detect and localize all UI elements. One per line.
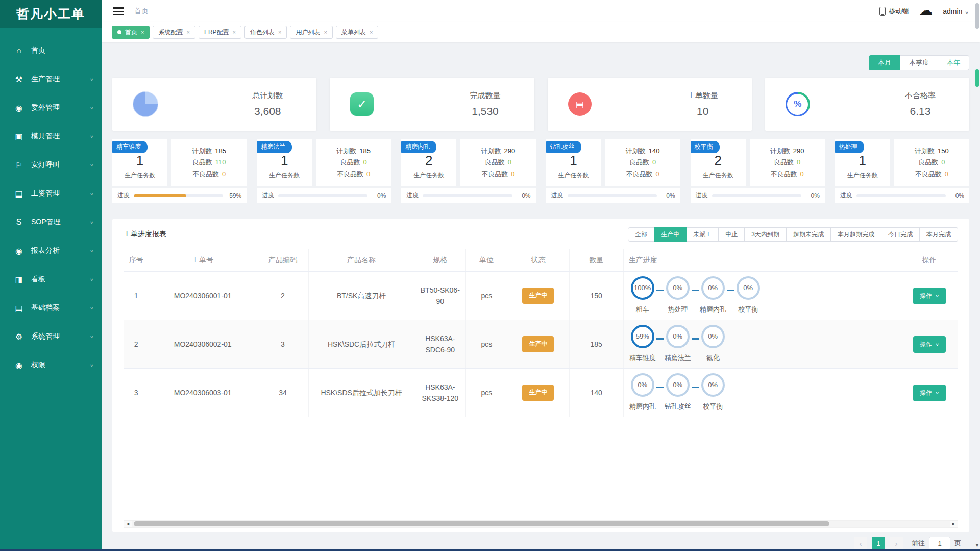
page-number-button[interactable]: 1 xyxy=(872,537,885,550)
col-qty: 数量 xyxy=(569,249,623,272)
scroll-right-icon[interactable]: ► xyxy=(950,521,958,527)
time-filter-month[interactable]: 本月 xyxy=(869,55,900,70)
cell-product-code: 3 xyxy=(257,320,308,369)
filter-month-overdue-done[interactable]: 本月超期完成 xyxy=(831,227,881,242)
prev-page-button[interactable]: ‹ xyxy=(854,537,867,550)
filter-done-today[interactable]: 今日完成 xyxy=(881,227,920,242)
progress-bar xyxy=(278,194,368,197)
chevron-down-icon: ∨ xyxy=(89,363,93,367)
col-spacer xyxy=(892,249,901,272)
sidebar: 哲凡小工单 ⌂ 首页 ⚒ 生产管理 ∨ ◉ 委外管理 ∨ ▣ 模具管理 ∨ ⚐ … xyxy=(0,0,102,551)
sidebar-item-production[interactable]: ⚒ 生产管理 ∨ xyxy=(0,65,102,93)
sidebar-item-andon[interactable]: ⚐ 安灯呼叫 ∨ xyxy=(0,151,102,179)
sidebar-item-sop[interactable]: S SOP管理 ∨ xyxy=(0,208,102,236)
tab-system-config[interactable]: 系统配置 × xyxy=(153,26,195,39)
step-connector xyxy=(656,387,664,388)
plan-label: 计划数 xyxy=(770,147,790,156)
row-action-button[interactable]: 操作∨ xyxy=(913,336,946,353)
filter-all[interactable]: 全部 xyxy=(628,227,654,242)
cell-product-name: HSK\SDS后拉式加长刀杆 xyxy=(308,369,414,417)
cell-index: 2 xyxy=(124,320,149,369)
progress-label: 进度 xyxy=(551,191,564,200)
production-steps: 100%粗车 0%热处理 0%精磨内孔 0%校平衡 xyxy=(627,276,889,315)
plan-value: 290 xyxy=(793,147,804,156)
progress-label: 进度 xyxy=(117,191,130,200)
col-action: 操作 xyxy=(901,249,958,272)
tab-erp-config[interactable]: ERP配置 × xyxy=(199,26,241,39)
time-filter-year[interactable]: 本年 xyxy=(938,55,969,70)
filter-done-month[interactable]: 本月完成 xyxy=(920,227,958,242)
filter-overdue[interactable]: 超期未完成 xyxy=(787,227,831,242)
production-steps: 0%精磨内孔 0%钻孔攻丝 0%校平衡 xyxy=(627,373,889,412)
sidebar-item-permissions[interactable]: ◉ 权限 ∨ xyxy=(0,351,102,379)
vertical-scrollbar[interactable]: ▼ xyxy=(974,0,980,551)
sidebar-item-outsourcing[interactable]: ◉ 委外管理 ∨ xyxy=(0,93,102,122)
row-action-button[interactable]: 操作∨ xyxy=(913,288,946,304)
sidebar-item-label: 基础档案 xyxy=(31,303,60,313)
col-order-no: 工单号 xyxy=(149,249,257,272)
cell-index: 1 xyxy=(124,272,149,320)
close-icon[interactable]: × xyxy=(278,29,281,35)
filter-due-3days[interactable]: 3天内到期 xyxy=(745,227,787,242)
good-label: 良品数 xyxy=(340,158,360,167)
menu-toggle-icon[interactable] xyxy=(113,7,124,15)
sidebar-item-label: 首页 xyxy=(31,46,45,55)
sidebar-item-mold[interactable]: ▣ 模具管理 ∨ xyxy=(0,122,102,151)
tab-home[interactable]: 首页 × xyxy=(112,26,150,39)
time-filter-quarter[interactable]: 本季度 xyxy=(900,55,938,70)
filter-in-production[interactable]: 生产中 xyxy=(654,227,687,242)
chevron-down-icon: ∨ xyxy=(89,249,93,253)
close-icon[interactable]: × xyxy=(141,29,144,35)
close-icon[interactable]: × xyxy=(186,29,189,35)
goto-page-input[interactable] xyxy=(929,537,950,550)
clipboard-icon: ▤ xyxy=(568,92,592,116)
sidebar-menu: ⌂ 首页 ⚒ 生产管理 ∨ ◉ 委外管理 ∨ ▣ 模具管理 ∨ ⚐ 安灯呼叫 ∨… xyxy=(0,28,102,379)
col-product-code: 产品编码 xyxy=(257,249,308,272)
close-icon[interactable]: × xyxy=(370,29,373,35)
sidebar-item-system[interactable]: ⚙ 系统管理 ∨ xyxy=(0,322,102,351)
cell-order-no: MO240306001-01 xyxy=(149,272,257,320)
close-icon[interactable]: × xyxy=(324,29,327,35)
chevron-down-icon: ∨ xyxy=(89,220,93,224)
cell-index: 3 xyxy=(124,369,149,417)
cloud-icon[interactable]: ☁ xyxy=(919,4,933,17)
sidebar-item-payroll[interactable]: ▤ 工资管理 ∨ xyxy=(0,179,102,208)
task-count: 1 xyxy=(570,153,577,168)
scrollbar-thumb[interactable] xyxy=(134,521,829,526)
plan-value: 185 xyxy=(359,147,371,156)
col-product-name: 产品名称 xyxy=(308,249,414,272)
stat-cards-row: 总计划数 3,608 ✓ 完成数量 1,530 ▤ 工单数量 10 xyxy=(112,78,969,131)
filter-aborted[interactable]: 中止 xyxy=(719,227,745,242)
goto-label: 前往 xyxy=(912,539,925,548)
row-action-button[interactable]: 操作∨ xyxy=(913,385,946,401)
sidebar-item-archives[interactable]: ▤ 基础档案 ∨ xyxy=(0,294,102,322)
tab-role-list[interactable]: 角色列表 × xyxy=(244,26,287,39)
mobile-link[interactable]: 移动端 xyxy=(879,7,909,16)
sidebar-item-kanban[interactable]: ◨ 看板 ∨ xyxy=(0,265,102,294)
next-page-button[interactable]: › xyxy=(890,537,903,550)
horizontal-scrollbar[interactable]: ◄ ► xyxy=(124,520,958,528)
work-order-table: 序号 工单号 产品编码 产品名称 规格 单位 状态 数量 生产进度 操作 xyxy=(124,249,958,417)
cell-order-no: MO240306003-01 xyxy=(149,369,257,417)
scroll-down-icon[interactable]: ▼ xyxy=(975,543,979,548)
sidebar-item-reports[interactable]: ◉ 报表分析 ∨ xyxy=(0,236,102,265)
good-value: 110 xyxy=(215,158,226,167)
progress-label: 进度 xyxy=(840,191,852,200)
scrollbar-thumb[interactable] xyxy=(975,3,979,29)
scroll-left-icon[interactable]: ◄ xyxy=(124,521,132,527)
sidebar-item-home[interactable]: ⌂ 首页 xyxy=(0,36,102,65)
close-icon[interactable]: × xyxy=(233,29,236,35)
sidebar-item-label: 委外管理 xyxy=(31,103,60,112)
col-progress: 生产进度 xyxy=(623,249,892,272)
step-ring: 0% xyxy=(701,373,725,397)
user-menu[interactable]: admin ∨ xyxy=(943,7,969,15)
workspace-tabbar: 首页 × 系统配置 × ERP配置 × 角色列表 × 用户列表 × 菜单列表 × xyxy=(102,22,980,42)
production-steps: 59%精车锥度 0%精磨法兰 0%氮化 xyxy=(627,325,889,364)
filter-unassigned[interactable]: 未派工 xyxy=(687,227,719,242)
tab-label: 首页 xyxy=(125,28,137,37)
tab-menu-list[interactable]: 菜单列表 × xyxy=(336,26,378,39)
tab-user-list[interactable]: 用户列表 × xyxy=(290,26,332,39)
process-card: 精磨内孔 2 生产任务数 计划数290 良品数0 不良品数0 进度 0% xyxy=(401,139,535,203)
gear-icon: ⚙ xyxy=(13,332,24,342)
home-icon: ⌂ xyxy=(13,46,24,55)
